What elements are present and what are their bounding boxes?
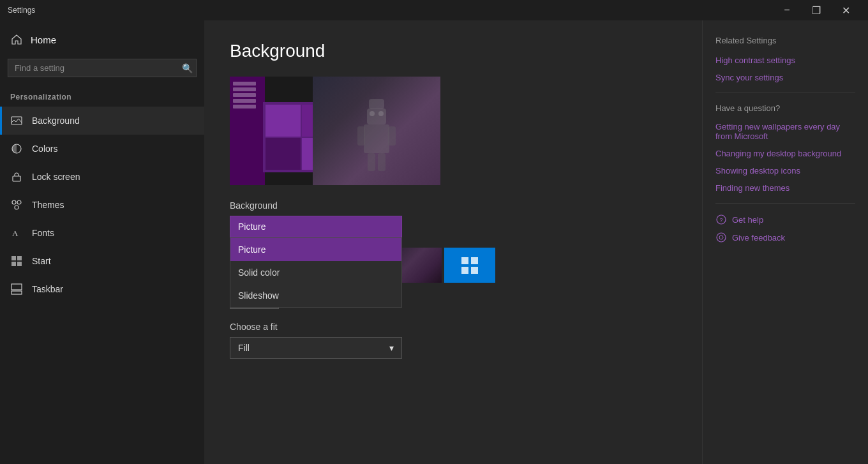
link-desktop-icons[interactable]: Showing desktop icons: [715, 166, 855, 176]
app-body: Home 🔍 Personalization Background: [0, 20, 868, 464]
svg-text:?: ?: [720, 217, 723, 223]
svg-rect-8: [17, 256, 22, 260]
link-wallpapers[interactable]: Getting new wallpapers every day from Mi…: [715, 122, 855, 141]
link-changing-background[interactable]: Changing my desktop background: [715, 149, 855, 158]
have-question-label: Have a question?: [715, 103, 855, 113]
lock-icon: [10, 170, 23, 183]
minimize-button[interactable]: −: [772, 0, 802, 20]
svg-rect-18: [378, 153, 385, 171]
svg-rect-13: [367, 109, 386, 124]
get-help-row[interactable]: ? Get help: [715, 214, 855, 225]
dropdown-selected-value: Picture: [238, 221, 266, 232]
sidebar-item-lock-screen[interactable]: Lock screen: [0, 163, 204, 191]
svg-point-21: [378, 111, 384, 116]
preview-line-5: [233, 105, 256, 109]
right-panel: Related Settings High contrast settings …: [702, 20, 868, 464]
preview-wallpaper-image: [313, 77, 440, 185]
svg-rect-22: [461, 257, 468, 264]
link-high-contrast[interactable]: High contrast settings: [715, 56, 855, 65]
give-feedback-label[interactable]: Give feedback: [732, 233, 785, 243]
svg-text:A: A: [12, 228, 19, 238]
get-help-label[interactable]: Get help: [732, 215, 763, 225]
background-icon: [10, 114, 23, 127]
svg-rect-12: [11, 284, 22, 290]
svg-rect-16: [388, 126, 396, 146]
nav-label: Background: [32, 116, 80, 126]
svg-rect-25: [471, 267, 478, 274]
taskbar-icon: [10, 283, 23, 296]
chevron-down-icon: ▾: [389, 343, 394, 353]
dropdown-item-slideshow[interactable]: Slideshow: [230, 284, 401, 307]
svg-rect-15: [357, 126, 365, 146]
divider-1: [715, 93, 855, 93]
svg-rect-17: [368, 153, 375, 171]
svg-rect-19: [369, 99, 384, 109]
thumbnail-5[interactable]: [444, 248, 495, 283]
preview-sidebar: [230, 77, 265, 185]
section-label: Personalization: [0, 87, 204, 107]
nav-label: Themes: [32, 200, 64, 210]
svg-point-5: [15, 206, 19, 209]
svg-rect-7: [11, 256, 16, 260]
maximize-button[interactable]: ❐: [802, 0, 831, 20]
divider-2: [715, 203, 855, 204]
nav-label: Taskbar: [32, 284, 63, 294]
sidebar-item-home[interactable]: Home: [0, 26, 204, 54]
preview-wallpaper: [313, 77, 440, 185]
home-icon: [10, 33, 23, 46]
nav-label: Start: [32, 256, 51, 266]
link-new-themes[interactable]: Finding new themes: [715, 183, 855, 193]
dropdown-item-solid-color[interactable]: Solid color: [230, 261, 401, 284]
sidebar-item-taskbar[interactable]: Taskbar: [0, 275, 204, 303]
give-feedback-row[interactable]: Give feedback: [715, 232, 855, 243]
dropdown-menu: Picture Solid color Slideshow: [230, 237, 402, 308]
themes-icon: [10, 198, 23, 211]
background-section-label: Background: [230, 200, 677, 211]
nav-label: Colors: [32, 144, 57, 154]
give-feedback-icon: [715, 232, 727, 243]
sidebar-item-colors[interactable]: Colors: [0, 135, 204, 163]
svg-rect-23: [471, 257, 478, 264]
preview-tile-1: [266, 105, 301, 137]
dropdown-item-picture[interactable]: Picture: [230, 238, 401, 261]
nav-label: Fonts: [32, 228, 54, 238]
app-title: Settings: [8, 6, 35, 15]
preview-line-4: [233, 99, 256, 103]
svg-point-28: [717, 233, 726, 242]
link-sync-settings[interactable]: Sync your settings: [715, 73, 855, 82]
svg-point-29: [719, 236, 723, 239]
fit-label: Choose a fit: [230, 322, 677, 332]
home-label: Home: [31, 34, 56, 45]
svg-rect-10: [17, 262, 22, 266]
sidebar-item-start[interactable]: Start: [0, 247, 204, 275]
svg-rect-2: [13, 176, 20, 181]
thumb-image-5: [444, 248, 495, 283]
svg-rect-14: [364, 124, 389, 153]
svg-point-3: [12, 200, 16, 204]
svg-point-4: [17, 200, 21, 204]
colors-icon: [10, 142, 23, 155]
fonts-icon: A: [10, 227, 23, 239]
nav-label: Lock screen: [32, 172, 80, 182]
preview-line-1: [233, 82, 256, 86]
preview-line-2: [233, 87, 256, 91]
preview-line-3: [233, 93, 256, 97]
window-controls: − ❐ ✕: [772, 0, 860, 20]
titlebar: Settings − ❐ ✕: [0, 0, 868, 20]
dropdown-trigger-button[interactable]: Picture: [230, 216, 402, 237]
fit-selected-value: Fill: [238, 343, 250, 353]
sidebar: Home 🔍 Personalization Background: [0, 20, 204, 464]
sidebar-item-themes[interactable]: Themes: [0, 191, 204, 219]
close-button[interactable]: ✕: [831, 0, 860, 20]
svg-point-20: [370, 111, 375, 116]
preview-tile-3: [266, 138, 301, 170]
page-title: Background: [230, 41, 677, 61]
svg-rect-9: [11, 262, 16, 266]
sidebar-item-background[interactable]: Background: [0, 107, 204, 135]
svg-rect-24: [461, 267, 468, 274]
start-icon: [10, 255, 23, 267]
fit-dropdown[interactable]: Fill ▾: [230, 337, 402, 359]
search-input[interactable]: [8, 59, 197, 77]
search-icon-button[interactable]: 🔍: [182, 63, 193, 73]
sidebar-item-fonts[interactable]: A Fonts: [0, 219, 204, 247]
